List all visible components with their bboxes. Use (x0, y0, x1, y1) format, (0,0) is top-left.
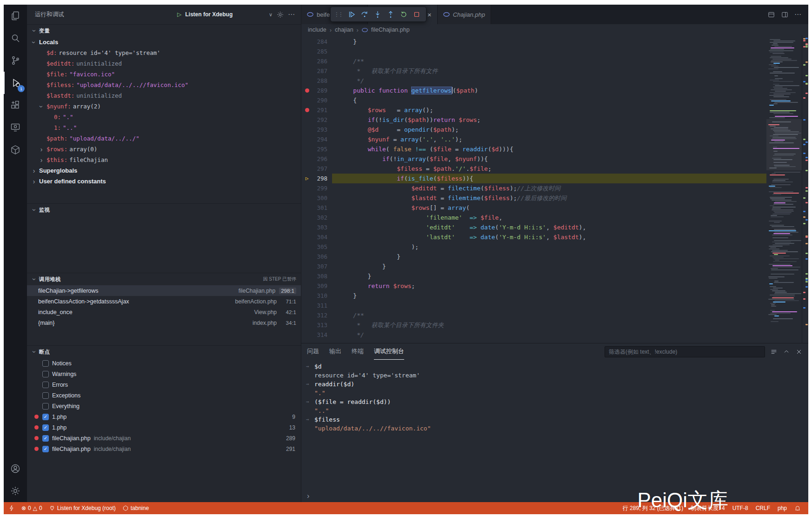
variable-row[interactable]: 0:"." (27, 112, 301, 122)
breakpoint-row[interactable]: Warnings (27, 369, 301, 379)
step-over-button[interactable] (358, 8, 371, 20)
problems-status[interactable]: ⊗ 0 △ 0 (21, 505, 42, 511)
call-stack-frame[interactable]: fileChajian->getfilerowsfileChajian.php2… (27, 285, 301, 296)
breakpoint-checkbox[interactable]: ✓ (42, 435, 49, 442)
breakpoint-row[interactable]: Notices (27, 358, 301, 369)
code-line[interactable]: 287 * 获取某个目录下所有文件 (301, 66, 766, 76)
breakpoint-checkbox[interactable] (42, 360, 49, 367)
gutter[interactable]: 305 (301, 242, 332, 252)
code-line[interactable]: 305 ); (301, 242, 766, 252)
minimap-slider[interactable] (766, 119, 802, 170)
clear-console-icon[interactable] (770, 348, 778, 356)
variable-row[interactable]: ›Locals (27, 37, 301, 47)
gutter[interactable]: 306 (301, 252, 332, 262)
code-line[interactable]: 291 $rows = array(); (301, 105, 766, 115)
gutter[interactable]: 304 (301, 232, 332, 242)
breadcrumb-item[interactable]: chajian (335, 27, 353, 33)
gutter[interactable]: 290 (301, 95, 332, 105)
gutter[interactable]: 302 (301, 213, 332, 222)
gutter[interactable]: 284 (301, 37, 332, 47)
variable-row[interactable]: ›$rows:array(0) (27, 144, 301, 154)
code-line[interactable]: 288 */ (301, 76, 766, 86)
gutter[interactable]: 295 (301, 144, 332, 154)
tab-debug-console[interactable]: 调试控制台 (374, 343, 404, 360)
gutter[interactable]: 299 (301, 183, 332, 193)
code-line[interactable]: 300 $lastdt = filemtime($filess);//最后修改的… (301, 193, 766, 203)
code-line[interactable]: 284 } (301, 37, 766, 47)
gutter[interactable]: 289 (301, 86, 332, 95)
cursor-position-status[interactable]: 行 289, 列 32 (已选择11) (623, 504, 684, 512)
code-line[interactable]: 289 public function getfilerows($path) (301, 86, 766, 95)
code-line[interactable]: 285 (301, 47, 766, 56)
code-line[interactable]: 295 while( false !== ($file = readdir($d… (301, 144, 766, 154)
breakpoint-checkbox[interactable] (42, 392, 49, 399)
breakpoint-row[interactable]: ✓fileChajian.phpinclude/chajian289 (27, 433, 301, 443)
code-line[interactable]: 313 * 获取某个目录下所有文件夹 (301, 320, 766, 330)
variable-row[interactable]: ›$this:fileChajian (27, 154, 301, 165)
minimap[interactable] (766, 35, 802, 343)
code-line[interactable]: 299 $editdt = filectime($filess);//上次修改时… (301, 183, 766, 193)
console-output[interactable]: "upload/data/../..//favicon.ico" (306, 424, 808, 433)
variable-row[interactable]: ›User defined constants (27, 176, 301, 187)
console-input[interactable]: →$d (306, 362, 808, 371)
breakpoint-icon[interactable] (301, 88, 313, 93)
variable-row[interactable]: $file:"favicon.ico" (27, 69, 301, 80)
remote-explorer-button[interactable] (4, 116, 27, 139)
breakpoint-row[interactable]: ✓fileChajian.phpinclude/chajian291 (27, 443, 301, 454)
console-input[interactable]: →($file = readdir($d)) (306, 397, 808, 406)
overview-ruler[interactable] (802, 35, 808, 343)
tab-problems[interactable]: 问题 (307, 343, 319, 360)
gutter[interactable]: 303 (301, 222, 332, 232)
debug-config-dropdown[interactable]: ▷ Listen for Xdebug ∨ (177, 11, 273, 18)
code-line[interactable]: 302 'filename' => $file, (301, 213, 766, 222)
code-line[interactable]: 304 'lastdt' => date('Y-m-d H:i:s', $las… (301, 232, 766, 242)
gutter[interactable]: 288 (301, 76, 332, 86)
gutter[interactable]: 307 (301, 262, 332, 271)
gutter[interactable]: 311 (301, 301, 332, 310)
settings-button[interactable] (4, 480, 27, 502)
more-actions-icon[interactable]: ⋯ (288, 10, 295, 19)
variable-row[interactable]: ›Superglobals (27, 165, 301, 176)
notifications-button[interactable] (794, 505, 801, 511)
restart-button[interactable] (397, 8, 410, 20)
console-output[interactable]: ".." (306, 406, 808, 415)
code-line[interactable]: 290 { (301, 95, 766, 105)
more-actions-icon[interactable]: ⋯ (794, 10, 802, 19)
gutter[interactable]: 313 (301, 320, 332, 330)
continue-button[interactable] (345, 8, 358, 20)
code-line[interactable]: 312 /** (301, 310, 766, 320)
gutter[interactable]: 285 (301, 47, 332, 56)
breakpoint-checkbox[interactable]: ✓ (42, 446, 49, 452)
code-line[interactable]: 292 if(!is_dir($path))return $rows; (301, 115, 766, 125)
variable-row[interactable]: $editdt:uninitialized (27, 58, 301, 69)
indentation-status[interactable]: 制表符长度: 4 (691, 504, 725, 512)
stop-button[interactable] (410, 8, 423, 20)
debug-console[interactable]: →$dresource id='4' type='stream'→readdir… (301, 360, 808, 490)
code-line[interactable]: 297 $filess = $path.'/'.$file; (301, 164, 766, 174)
split-editor-icon[interactable] (781, 11, 789, 19)
gutter[interactable]: 309 (301, 281, 332, 291)
tab-output[interactable]: 输出 (329, 343, 341, 360)
gutter[interactable]: 310 (301, 291, 332, 301)
call-stack-frame[interactable]: {main}index.php34:1 (27, 317, 301, 328)
breadcrumb-item[interactable]: fileChajian.php (371, 27, 410, 33)
code-line[interactable]: 301 $rows[] = array( (301, 203, 766, 213)
tab-terminal[interactable]: 终端 (352, 343, 364, 360)
variable-row[interactable]: $lastdt:uninitialized (27, 90, 301, 101)
code-line[interactable]: 296 if(!in_array($file, $nyunf)){ (301, 154, 766, 164)
explorer-button[interactable] (4, 5, 27, 27)
start-debug-icon[interactable]: ▷ (177, 11, 181, 18)
gutter[interactable]: 296 (301, 154, 332, 164)
customize-layout-icon[interactable] (767, 11, 775, 19)
gutter[interactable]: 314 (301, 330, 332, 340)
run-debug-button[interactable]: 1 (4, 72, 27, 94)
remote-window-button[interactable] (8, 505, 15, 511)
step-into-button[interactable] (371, 8, 384, 20)
variable-row[interactable]: $d:resource id='4' type='stream' (27, 47, 301, 58)
source-control-button[interactable] (4, 49, 27, 72)
drag-handle[interactable]: ⋮⋮ (334, 11, 342, 18)
console-input[interactable]: →$filess (306, 415, 808, 424)
gutter[interactable]: 287 (301, 66, 332, 76)
console-output[interactable]: resource id='4' type='stream' (306, 371, 808, 380)
console-filter-input[interactable] (605, 346, 765, 357)
